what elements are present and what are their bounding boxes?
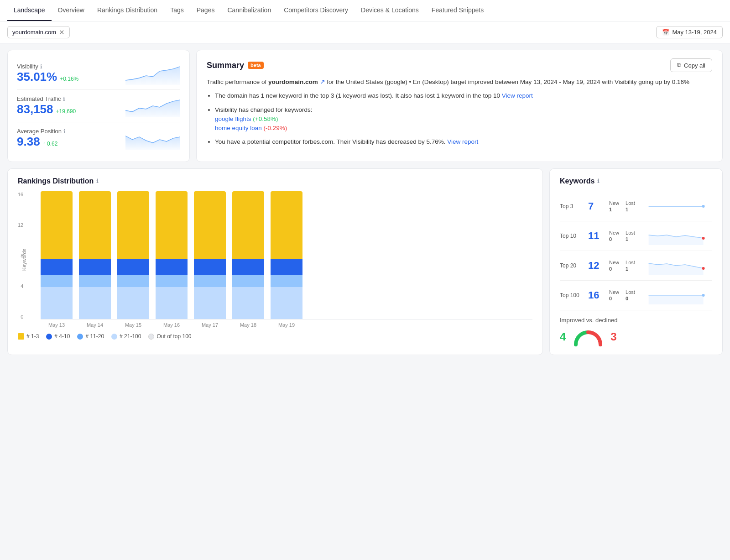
rankings-distribution-card: Rankings Distribution ℹ Keywords 16 12 8…	[7, 168, 543, 355]
bar-may16	[156, 191, 188, 319]
metrics-card: Visibility ℹ 35.01% +0.16%	[7, 50, 190, 162]
kw-top10-new-lost: New 0	[609, 230, 619, 242]
visibility-value: 35.01%	[17, 70, 57, 84]
legend-4-10[interactable]: # 4-10	[46, 333, 70, 340]
bar-may16-seg-4-10	[156, 259, 188, 275]
kw-top100-label: Top 100	[560, 292, 584, 298]
position-sparkline	[125, 127, 180, 150]
legend-21-100[interactable]: # 21-100	[111, 333, 141, 340]
svg-point-3	[702, 294, 704, 297]
kw-top20-new-lost: New 0	[609, 260, 619, 272]
kw-top10-label: Top 10	[560, 233, 584, 239]
nav-item-devices-locations[interactable]: Devices & Locations	[355, 0, 425, 21]
kw-top3-new-lost: New 1	[609, 200, 619, 212]
bar-may13-seg-1-3	[41, 191, 73, 259]
calendar-icon: 📅	[662, 29, 669, 36]
kw-top3-num: 7	[588, 200, 603, 212]
gauge-chart	[572, 327, 604, 346]
position-metric: Average Position ℹ 9.38 ↑ 0.62	[17, 122, 180, 154]
date-range-text: May 13-19, 2024	[672, 29, 717, 36]
legend-11-20[interactable]: # 11-20	[77, 333, 104, 340]
nav-item-tags[interactable]: Tags	[164, 0, 190, 21]
bar-may19-seg-4-10	[271, 259, 302, 275]
summary-bullet-2: Visibility has changed for keywords: goo…	[215, 105, 712, 133]
kw-top10-sparkline	[640, 227, 712, 245]
bar-may18	[232, 191, 264, 319]
position-value: 9.38	[17, 135, 40, 149]
bar-may14-seg-4-10	[79, 259, 111, 275]
kw-top20-sparkline	[640, 256, 712, 275]
home-equity-loan-link[interactable]: home equity loan	[215, 125, 262, 131]
chart-legend: # 1-3 # 4-10 # 11-20 # 21-100 Out of top…	[18, 333, 532, 340]
nav-item-competitors-discovery[interactable]: Competitors Discovery	[277, 0, 355, 21]
bar-may17-seg-4-10	[194, 259, 226, 275]
legend-out-top-100[interactable]: Out of top 100	[148, 333, 191, 340]
nav-item-cannibalization[interactable]: Cannibalization	[221, 0, 277, 21]
traffic-value: 83,158	[17, 102, 53, 116]
x-label-may18: May 18	[232, 322, 264, 328]
x-label-may17: May 17	[194, 322, 226, 328]
x-axis: May 13 May 14 May 15 May 16 May 17 May 1…	[41, 322, 532, 328]
summary-bullet-1: The domain has 1 new keyword in the top …	[215, 91, 712, 100]
bar-may13-seg-4-10	[41, 259, 73, 275]
kw-top10-num: 11	[588, 230, 603, 242]
google-flights-link[interactable]: google flights	[215, 115, 251, 122]
position-change: ↑ 0.62	[43, 141, 58, 147]
kw-top20-lost: Lost 1	[626, 260, 635, 272]
home-equity-change: (-0.29%)	[264, 125, 287, 131]
kw-top10-row: Top 10 11 New 0 Lost 1	[560, 221, 712, 251]
summary-description: Traffic performance of yourdomain.com ↗ …	[207, 78, 712, 87]
bar-may13	[41, 191, 73, 319]
traffic-info-icon[interactable]: ℹ	[63, 96, 65, 102]
svg-point-1	[702, 237, 704, 240]
date-range-selector[interactable]: 📅 May 13-19, 2024	[656, 26, 723, 38]
keywords-title: Keywords ℹ	[560, 177, 712, 185]
bar-may15	[117, 191, 149, 319]
keywords-info-icon[interactable]: ℹ	[597, 178, 600, 184]
nav-item-landscape[interactable]: Landscape	[7, 0, 52, 21]
kw-top20-num: 12	[588, 260, 603, 272]
rankings-info-icon[interactable]: ℹ	[96, 178, 99, 184]
bar-may19-seg-11-20	[271, 275, 302, 287]
bar-may13-seg-11-20	[41, 275, 73, 287]
kw-top20-row: Top 20 12 New 0 Lost 1	[560, 251, 712, 281]
summary-bullets: The domain has 1 new keyword in the top …	[207, 91, 712, 147]
nav-item-overview[interactable]: Overview	[52, 0, 91, 21]
bar-may14-seg-1-3	[79, 191, 111, 259]
summary-bullet-3: You have a potential competitor forbes.c…	[215, 137, 712, 147]
y-label-8: 8	[21, 253, 23, 258]
keywords-card: Keywords ℹ Top 3 7 New 1 Lost 1	[549, 168, 723, 355]
kw-top3-lost: Lost 1	[626, 200, 635, 212]
visibility-sparkline	[125, 62, 180, 85]
x-label-may16: May 16	[156, 322, 188, 328]
traffic-sparkline	[125, 94, 180, 117]
traffic-label: Estimated Traffic ℹ	[17, 95, 76, 102]
bar-may14-seg-11-20	[79, 275, 111, 287]
view-report-link-1[interactable]: View report	[502, 92, 533, 99]
position-info-icon[interactable]: ℹ	[63, 128, 66, 135]
bottom-row: Rankings Distribution ℹ Keywords 16 12 8…	[7, 168, 723, 355]
nav-item-rankings-distribution[interactable]: Rankings Distribution	[91, 0, 164, 21]
improved-vs-declined: Improved vs. declined 4 3	[560, 310, 712, 346]
domain-filter[interactable]: yourdomain.com ✕	[7, 26, 70, 38]
nav-item-pages[interactable]: Pages	[190, 0, 221, 21]
position-label: Average Position ℹ	[17, 128, 66, 135]
copy-all-button[interactable]: ⧉ Copy all	[670, 58, 712, 72]
traffic-metric: Estimated Traffic ℹ 83,158 +19,690	[17, 90, 180, 122]
nav-item-featured-snippets[interactable]: Featured Snippets	[425, 0, 490, 21]
visibility-change: +0.16%	[60, 76, 78, 82]
y-label-4: 4	[21, 283, 23, 289]
beta-badge: beta	[248, 62, 264, 69]
bar-may16-seg-11-20	[156, 275, 188, 287]
x-label-may14: May 14	[79, 322, 111, 328]
bar-may17-seg-21-100	[194, 287, 226, 319]
legend-1-3[interactable]: # 1-3	[18, 333, 39, 340]
rankings-title: Rankings Distribution ℹ	[18, 177, 532, 185]
declined-value: 3	[610, 330, 616, 343]
bar-may19-seg-1-3	[271, 191, 302, 259]
visibility-info-icon[interactable]: ℹ	[40, 63, 42, 70]
bar-may19-seg-21-100	[271, 287, 302, 319]
domain-clear-button[interactable]: ✕	[59, 29, 65, 36]
improved-vs-declined-label: Improved vs. declined	[560, 317, 712, 324]
view-report-link-2[interactable]: View report	[447, 138, 478, 145]
